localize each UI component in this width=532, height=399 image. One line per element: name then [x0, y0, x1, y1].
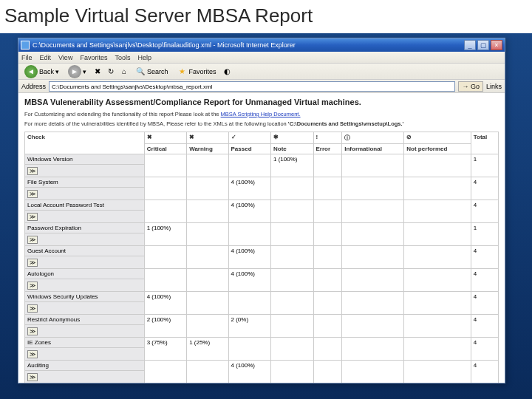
close-button[interactable]: × [491, 40, 502, 50]
table-row: Local Account Password Test4 (100%)4 [25, 200, 499, 211]
cell-total: 4 [471, 177, 498, 200]
cell-note [271, 338, 314, 361]
cell-notperformed [404, 361, 471, 383]
expand-button[interactable]: ≫ [27, 167, 38, 175]
cell-critical [144, 177, 187, 200]
menu-help[interactable]: Help [137, 54, 151, 61]
cell-informational [342, 154, 404, 177]
stop-icon[interactable]: ✖ [92, 66, 103, 77]
cell-total: 4 [471, 246, 498, 269]
refresh-icon[interactable]: ↻ [106, 66, 116, 77]
expand-button[interactable]: ≫ [27, 304, 38, 313]
table-row: Windows Version1 (100%)1 [25, 154, 499, 165]
home-icon[interactable]: ⌂ [119, 66, 129, 77]
address-input[interactable]: C:\Documents and Settings\sanjlvs\Deskto… [49, 81, 455, 92]
cell-critical [144, 246, 187, 269]
cell-notperformed [404, 246, 471, 269]
expand-button[interactable]: ≫ [27, 327, 38, 335]
report-subline-2: For more details of the vulnerabilities … [24, 120, 499, 127]
cell-notperformed [404, 269, 471, 292]
cell-error [313, 361, 342, 383]
cell-error [313, 292, 342, 315]
search-icon: 🔍 [135, 66, 146, 77]
col-critical: Critical [144, 144, 187, 154]
expand-button[interactable]: ≫ [27, 236, 38, 244]
page-content: MBSA Vulenerability Assessment/Complianc… [18, 93, 505, 383]
check-name: IE Zones [25, 338, 145, 348]
go-label: Go [471, 83, 480, 90]
expand-cell: ≫ [25, 279, 145, 292]
expand-cell: ≫ [25, 188, 145, 200]
menu-tools[interactable]: Tools [115, 54, 130, 61]
cell-critical [144, 361, 187, 383]
cell-passed [228, 154, 271, 177]
cell-total: 1 [471, 223, 498, 246]
cell-passed: 2 (0%) [228, 315, 271, 338]
notperformed-icon: ⊘ [404, 132, 471, 144]
cell-note [271, 200, 314, 223]
col-total: Total [471, 132, 498, 154]
go-button[interactable]: → Go [458, 81, 483, 92]
cell-warning [187, 292, 228, 315]
subline1-text: For Customizing and extending the functi… [24, 111, 221, 117]
check-name: File System [25, 177, 145, 188]
cell-notperformed [404, 315, 471, 338]
cell-error [313, 223, 342, 246]
passed-icon: ✓ [228, 132, 271, 144]
help-doc-link[interactable]: MBSA Scripting Help Document. [221, 111, 301, 117]
cell-informational [342, 177, 404, 200]
menu-favorites[interactable]: Favorites [80, 54, 107, 61]
expand-button[interactable]: ≫ [27, 350, 38, 358]
expand-cell: ≫ [25, 211, 145, 223]
menu-view[interactable]: View [58, 54, 72, 61]
cell-error [313, 200, 342, 223]
expand-button[interactable]: ≫ [27, 282, 38, 290]
check-name: Local Account Password Test [25, 200, 145, 211]
subline2-text: For more details of the vulnerabilities … [24, 120, 288, 127]
check-name: Autologon [25, 269, 145, 279]
back-button[interactable]: ◄ Back ▾ [21, 64, 62, 79]
menu-edit[interactable]: Edit [40, 54, 52, 61]
expand-button[interactable]: ≫ [27, 213, 38, 221]
search-button[interactable]: 🔍 Search [132, 66, 171, 78]
expand-cell: ≫ [25, 233, 145, 246]
window-titlebar: C:\Documents and Settings\sanjlvs\Deskto… [18, 38, 505, 52]
links-label[interactable]: Links [486, 83, 502, 90]
cell-informational [342, 292, 404, 315]
cell-warning [187, 315, 228, 338]
cell-warning: 1 (25%) [187, 338, 228, 361]
col-warning: Warning [187, 144, 228, 154]
cell-notperformed [404, 154, 471, 177]
menu-file[interactable]: File [21, 54, 33, 61]
cell-total: 1 [471, 154, 498, 177]
menu-bar: File Edit View Favorites Tools Help [18, 52, 505, 64]
expand-cell: ≫ [25, 165, 145, 177]
cell-total: 4 [471, 269, 498, 292]
minimize-button[interactable]: _ [464, 40, 476, 50]
cell-informational [342, 223, 404, 246]
expand-button[interactable]: ≫ [27, 190, 38, 198]
expand-cell: ≫ [25, 256, 145, 269]
media-icon[interactable]: ◐ [222, 66, 233, 77]
cell-passed [228, 338, 271, 361]
expand-cell: ≫ [25, 325, 145, 338]
cell-notperformed [404, 177, 471, 200]
favorites-button[interactable]: ★ Favorites [174, 66, 219, 78]
star-icon: ★ [177, 66, 188, 77]
cell-error [313, 154, 342, 177]
cell-passed [228, 292, 271, 315]
cell-warning [187, 246, 228, 269]
expand-button[interactable]: ≫ [27, 373, 38, 381]
maximize-button[interactable]: ▢ [477, 40, 489, 50]
expand-button[interactable]: ≫ [27, 259, 38, 267]
critical-icon: ✖ [144, 132, 187, 144]
table-row: Windows Security Updates4 (100%)4 [25, 292, 499, 302]
check-name: Auditing [25, 361, 145, 371]
col-passed: Passed [228, 144, 271, 154]
cell-total: 4 [471, 200, 498, 223]
cell-error [313, 177, 342, 200]
cell-critical: 1 (100%) [144, 223, 187, 246]
forward-button[interactable]: ► ▾ [65, 64, 89, 79]
cell-note [271, 292, 314, 315]
cell-warning [187, 177, 228, 200]
